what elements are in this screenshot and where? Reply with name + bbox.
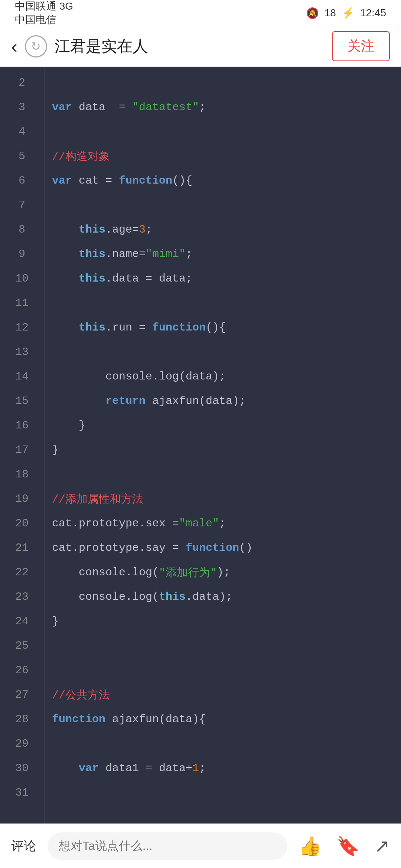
line-num-2: 2 <box>0 70 44 95</box>
code-line-11 <box>52 291 394 315</box>
battery-info: 18 <box>325 7 336 19</box>
time: 12:45 <box>360 7 386 19</box>
code-line-26 <box>52 658 394 683</box>
line-num-26: 26 <box>0 658 44 683</box>
line-num-15: 15 <box>0 389 44 413</box>
code-line-20: cat.prototype.sex ="male"; <box>52 511 394 536</box>
code-line-23: console.log(this.data); <box>52 585 394 609</box>
code-line-13 <box>52 340 394 364</box>
line-num-31: 31 <box>0 780 44 805</box>
line-num-25: 25 <box>0 634 44 658</box>
line-num-10: 10 <box>0 266 44 291</box>
code-line-31 <box>52 780 394 805</box>
line-num-17: 17 <box>0 438 44 462</box>
code-line-14: console.log(data); <box>52 364 394 389</box>
line-num-8: 8 <box>0 217 44 242</box>
code-line-28: function ajaxfun(data){ <box>52 707 394 731</box>
line-num-29: 29 <box>0 731 44 756</box>
like-icon[interactable]: 👍 <box>299 835 322 857</box>
back-button[interactable]: ‹ <box>11 36 17 57</box>
bottom-icons: 👍 🔖 ↗ <box>299 835 390 857</box>
page-title: 江君是实在人 <box>55 36 332 57</box>
line-num-12: 12 <box>0 315 44 340</box>
line-num-28: 28 <box>0 707 44 731</box>
line-num-16: 16 <box>0 413 44 438</box>
code-line-5: //构造对象 <box>52 144 394 168</box>
line-num-18: 18 <box>0 462 44 487</box>
bell-icon: 🔕 <box>306 7 319 19</box>
line-num-22: 22 <box>0 560 44 585</box>
code-line-21: cat.prototype.say = function() <box>52 536 394 560</box>
code-line-3: var data = "datatest"; <box>52 95 394 119</box>
line-num-27: 27 <box>0 683 44 707</box>
code-line-8: this.age=3; <box>52 217 394 242</box>
line-num-9: 9 <box>0 242 44 266</box>
line-num-6: 6 <box>0 168 44 193</box>
charging-icon: ⚡ <box>342 7 355 19</box>
line-num-23: 23 <box>0 585 44 609</box>
follow-button[interactable]: 关注 <box>332 31 390 61</box>
code-line-6: var cat = function(){ <box>52 168 394 193</box>
line-num-13: 13 <box>0 340 44 364</box>
line-num-4: 4 <box>0 119 44 144</box>
code-line-19: //添加属性和方法 <box>52 487 394 511</box>
carrier-info: 中国联通 3G 中国电信 <box>15 0 73 26</box>
line-num-5: 5 <box>0 144 44 168</box>
share-icon[interactable]: ↗ <box>374 835 390 857</box>
status-bar: 中国联通 3G 中国电信 🔕 18 ⚡ 12:45 <box>0 0 401 26</box>
code-line-30: var data1 = data+1; <box>52 756 394 780</box>
code-line-16: } <box>52 413 394 438</box>
line-num-3: 3 <box>0 95 44 119</box>
code-line-29 <box>52 731 394 756</box>
code-line-22: console.log("添加行为"); <box>52 560 394 585</box>
line-num-11: 11 <box>0 291 44 315</box>
code-line-17: } <box>52 438 394 462</box>
bookmark-icon[interactable]: 🔖 <box>336 835 359 857</box>
code-line-10: this.data = data; <box>52 266 394 291</box>
line-num-20: 20 <box>0 511 44 536</box>
code-lines: var data = "datatest"; //构造对象 var cat = … <box>45 67 401 823</box>
code-line-9: this.name="mimi"; <box>52 242 394 266</box>
code-line-27: //公共方法 <box>52 683 394 707</box>
line-num-24: 24 <box>0 609 44 634</box>
line-num-7: 7 <box>0 193 44 217</box>
status-right: 🔕 18 ⚡ 12:45 <box>306 7 386 19</box>
code-line-25 <box>52 634 394 658</box>
comment-input[interactable] <box>48 832 287 860</box>
code-line-18 <box>52 462 394 487</box>
code-line-12: this.run = function(){ <box>52 315 394 340</box>
line-num-14: 14 <box>0 364 44 389</box>
code-line-24: } <box>52 609 394 634</box>
refresh-button[interactable]: ↻ <box>25 35 47 57</box>
line-num-21: 21 <box>0 536 44 560</box>
comment-label: 评论 <box>11 838 36 855</box>
code-line-15: return ajaxfun(data); <box>52 389 394 413</box>
line-numbers: 2 3 4 5 6 7 8 9 10 11 12 13 14 15 16 17 … <box>0 67 45 823</box>
code-line-7 <box>52 193 394 217</box>
code-editor: 2 3 4 5 6 7 8 9 10 11 12 13 14 15 16 17 … <box>0 67 401 823</box>
nav-bar: ‹ ↻ 江君是实在人 关注 <box>0 26 401 67</box>
bottom-bar: 评论 👍 🔖 ↗ <box>0 823 401 868</box>
line-num-30: 30 <box>0 756 44 780</box>
refresh-icon: ↻ <box>31 39 41 53</box>
code-line-4 <box>52 119 394 144</box>
code-line-2 <box>52 70 394 95</box>
line-num-19: 19 <box>0 487 44 511</box>
